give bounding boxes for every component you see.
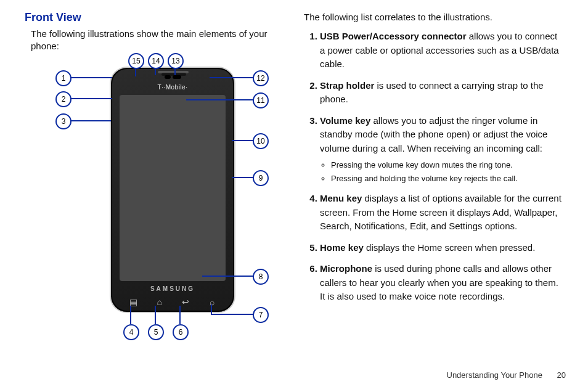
callout-3: 3 <box>55 113 71 129</box>
feature-item: USB Power/Accessory connector allows you… <box>320 30 565 71</box>
callout-6: 6 <box>173 324 189 340</box>
callout-12: 12 <box>253 70 269 86</box>
callout-13: 13 <box>168 53 184 69</box>
feature-item: Home key displays the Home screen when p… <box>320 241 565 255</box>
brand-label: SAMSUNG <box>112 285 233 292</box>
feature-item: Menu key displays a list of options avai… <box>320 192 565 234</box>
correlate-intro: The following list correlates to the ill… <box>304 11 565 23</box>
feature-term: Microphone <box>320 263 372 274</box>
callout-1: 1 <box>55 70 71 86</box>
callout-9: 9 <box>253 170 269 186</box>
callout-2: 2 <box>55 91 71 107</box>
section-title: Front View <box>25 11 285 24</box>
callout-5: 5 <box>148 324 164 340</box>
feature-term: Volume key <box>320 115 370 126</box>
callout-4: 4 <box>123 324 139 340</box>
callout-15: 15 <box>128 53 144 69</box>
feature-term: Home key <box>320 242 364 253</box>
feature-list: USB Power/Accessory connector allows you… <box>304 30 565 304</box>
feature-desc: displays the Home screen when pressed. <box>364 242 535 253</box>
menu-key-icon: ▤ <box>127 297 139 307</box>
feature-item: Volume key allows you to adjust the ring… <box>320 114 565 185</box>
feature-term: USB Power/Accessory connector <box>320 31 467 41</box>
callout-14: 14 <box>148 53 164 69</box>
callout-11: 11 <box>253 92 269 108</box>
page-number: 20 <box>557 370 566 380</box>
feature-item: Microphone is used during phone calls an… <box>320 262 565 304</box>
page-footer: Understanding Your Phone 20 <box>447 370 566 380</box>
feature-item: Strap holder is used to connect a carryi… <box>320 79 565 107</box>
feature-term: Strap holder <box>320 80 374 91</box>
feature-sublist: Pressing the volume key down mutes the r… <box>320 159 565 184</box>
footer-section: Understanding Your Phone <box>447 370 542 380</box>
feature-subitem: Pressing the volume key down mutes the r… <box>331 159 565 171</box>
callout-10: 10 <box>253 133 269 149</box>
callout-8: 8 <box>253 269 269 285</box>
feature-term: Menu key <box>320 193 362 203</box>
carrier-label: T··Mobile· <box>112 84 233 91</box>
callout-7: 7 <box>253 307 269 323</box>
feature-subitem: Pressing and holding the volume key reje… <box>331 173 565 185</box>
back-key-icon: ↩ <box>179 297 192 307</box>
phone-illustration: T··Mobile· SAMSUNG ▤ ⌂ ↩ ⌕ 1 2 3 15 14 <box>25 59 285 343</box>
section-intro: The following illustrations show the mai… <box>31 28 285 53</box>
softkey-row: ▤ ⌂ ↩ ⌕ <box>127 297 218 307</box>
